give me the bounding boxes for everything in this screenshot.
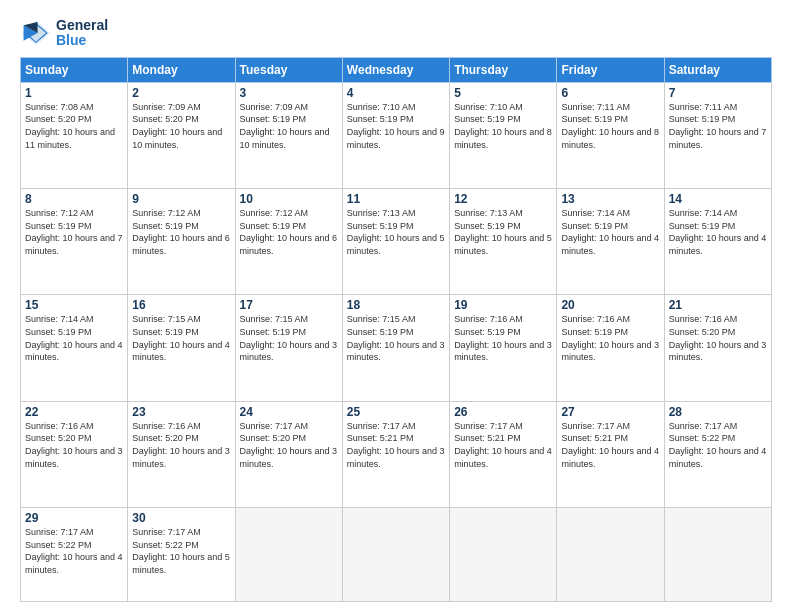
col-thursday: Thursday: [450, 57, 557, 82]
calendar-cell: 6 Sunrise: 7:11 AMSunset: 5:19 PMDayligh…: [557, 82, 664, 188]
calendar-cell: 28 Sunrise: 7:17 AMSunset: 5:22 PMDaylig…: [664, 401, 771, 507]
day-number: 5: [454, 86, 552, 100]
calendar-cell: 1 Sunrise: 7:08 AMSunset: 5:20 PMDayligh…: [21, 82, 128, 188]
day-info: Sunrise: 7:14 AMSunset: 5:19 PMDaylight:…: [25, 313, 123, 363]
day-number: 3: [240, 86, 338, 100]
day-info: Sunrise: 7:16 AMSunset: 5:20 PMDaylight:…: [669, 313, 767, 363]
calendar-table: Sunday Monday Tuesday Wednesday Thursday…: [20, 57, 772, 602]
col-wednesday: Wednesday: [342, 57, 449, 82]
day-number: 11: [347, 192, 445, 206]
day-number: 17: [240, 298, 338, 312]
calendar-cell: [450, 508, 557, 602]
day-info: Sunrise: 7:17 AMSunset: 5:20 PMDaylight:…: [240, 420, 338, 470]
day-number: 18: [347, 298, 445, 312]
calendar-cell: 5 Sunrise: 7:10 AMSunset: 5:19 PMDayligh…: [450, 82, 557, 188]
day-info: Sunrise: 7:13 AMSunset: 5:19 PMDaylight:…: [454, 207, 552, 257]
day-number: 4: [347, 86, 445, 100]
day-info: Sunrise: 7:15 AMSunset: 5:19 PMDaylight:…: [132, 313, 230, 363]
day-info: Sunrise: 7:16 AMSunset: 5:19 PMDaylight:…: [454, 313, 552, 363]
calendar-cell: 15 Sunrise: 7:14 AMSunset: 5:19 PMDaylig…: [21, 295, 128, 401]
calendar-cell: 8 Sunrise: 7:12 AMSunset: 5:19 PMDayligh…: [21, 189, 128, 295]
day-info: Sunrise: 7:17 AMSunset: 5:22 PMDaylight:…: [669, 420, 767, 470]
calendar-cell: 14 Sunrise: 7:14 AMSunset: 5:19 PMDaylig…: [664, 189, 771, 295]
calendar-cell: 20 Sunrise: 7:16 AMSunset: 5:19 PMDaylig…: [557, 295, 664, 401]
col-monday: Monday: [128, 57, 235, 82]
day-info: Sunrise: 7:12 AMSunset: 5:19 PMDaylight:…: [240, 207, 338, 257]
col-friday: Friday: [557, 57, 664, 82]
day-info: Sunrise: 7:09 AMSunset: 5:20 PMDaylight:…: [132, 101, 230, 151]
day-info: Sunrise: 7:17 AMSunset: 5:21 PMDaylight:…: [347, 420, 445, 470]
calendar-cell: 2 Sunrise: 7:09 AMSunset: 5:20 PMDayligh…: [128, 82, 235, 188]
day-info: Sunrise: 7:10 AMSunset: 5:19 PMDaylight:…: [454, 101, 552, 151]
day-number: 9: [132, 192, 230, 206]
logo-icon: [20, 19, 52, 47]
day-number: 19: [454, 298, 552, 312]
page: General Blue Sunday Monday Tuesday Wedne…: [0, 0, 792, 612]
day-info: Sunrise: 7:15 AMSunset: 5:19 PMDaylight:…: [347, 313, 445, 363]
day-number: 27: [561, 405, 659, 419]
day-info: Sunrise: 7:11 AMSunset: 5:19 PMDaylight:…: [669, 101, 767, 151]
day-number: 21: [669, 298, 767, 312]
day-info: Sunrise: 7:16 AMSunset: 5:19 PMDaylight:…: [561, 313, 659, 363]
calendar-cell: 18 Sunrise: 7:15 AMSunset: 5:19 PMDaylig…: [342, 295, 449, 401]
day-info: Sunrise: 7:16 AMSunset: 5:20 PMDaylight:…: [25, 420, 123, 470]
day-info: Sunrise: 7:11 AMSunset: 5:19 PMDaylight:…: [561, 101, 659, 151]
day-info: Sunrise: 7:17 AMSunset: 5:22 PMDaylight:…: [25, 526, 123, 576]
calendar-cell: 16 Sunrise: 7:15 AMSunset: 5:19 PMDaylig…: [128, 295, 235, 401]
day-number: 30: [132, 511, 230, 525]
calendar-cell: 3 Sunrise: 7:09 AMSunset: 5:19 PMDayligh…: [235, 82, 342, 188]
day-info: Sunrise: 7:12 AMSunset: 5:19 PMDaylight:…: [25, 207, 123, 257]
col-saturday: Saturday: [664, 57, 771, 82]
col-sunday: Sunday: [21, 57, 128, 82]
calendar-cell: 21 Sunrise: 7:16 AMSunset: 5:20 PMDaylig…: [664, 295, 771, 401]
calendar-cell: 7 Sunrise: 7:11 AMSunset: 5:19 PMDayligh…: [664, 82, 771, 188]
calendar-cell: 25 Sunrise: 7:17 AMSunset: 5:21 PMDaylig…: [342, 401, 449, 507]
calendar-cell: 10 Sunrise: 7:12 AMSunset: 5:19 PMDaylig…: [235, 189, 342, 295]
calendar-cell: [235, 508, 342, 602]
calendar-cell: 17 Sunrise: 7:15 AMSunset: 5:19 PMDaylig…: [235, 295, 342, 401]
day-number: 28: [669, 405, 767, 419]
day-info: Sunrise: 7:13 AMSunset: 5:19 PMDaylight:…: [347, 207, 445, 257]
logo-text: General Blue: [56, 18, 108, 49]
calendar-cell: 22 Sunrise: 7:16 AMSunset: 5:20 PMDaylig…: [21, 401, 128, 507]
day-number: 13: [561, 192, 659, 206]
calendar-cell: 26 Sunrise: 7:17 AMSunset: 5:21 PMDaylig…: [450, 401, 557, 507]
calendar-cell: 30 Sunrise: 7:17 AMSunset: 5:22 PMDaylig…: [128, 508, 235, 602]
day-info: Sunrise: 7:09 AMSunset: 5:19 PMDaylight:…: [240, 101, 338, 151]
day-number: 8: [25, 192, 123, 206]
day-info: Sunrise: 7:12 AMSunset: 5:19 PMDaylight:…: [132, 207, 230, 257]
calendar-cell: 4 Sunrise: 7:10 AMSunset: 5:19 PMDayligh…: [342, 82, 449, 188]
day-number: 25: [347, 405, 445, 419]
day-number: 26: [454, 405, 552, 419]
day-number: 20: [561, 298, 659, 312]
day-number: 23: [132, 405, 230, 419]
calendar-cell: 13 Sunrise: 7:14 AMSunset: 5:19 PMDaylig…: [557, 189, 664, 295]
day-number: 10: [240, 192, 338, 206]
day-number: 2: [132, 86, 230, 100]
calendar-cell: [342, 508, 449, 602]
calendar-cell: [557, 508, 664, 602]
calendar-cell: 27 Sunrise: 7:17 AMSunset: 5:21 PMDaylig…: [557, 401, 664, 507]
day-number: 16: [132, 298, 230, 312]
day-number: 29: [25, 511, 123, 525]
day-number: 15: [25, 298, 123, 312]
calendar-cell: 19 Sunrise: 7:16 AMSunset: 5:19 PMDaylig…: [450, 295, 557, 401]
header: General Blue: [20, 18, 772, 49]
logo: General Blue: [20, 18, 108, 49]
day-number: 7: [669, 86, 767, 100]
day-info: Sunrise: 7:15 AMSunset: 5:19 PMDaylight:…: [240, 313, 338, 363]
day-number: 1: [25, 86, 123, 100]
calendar-cell: 23 Sunrise: 7:16 AMSunset: 5:20 PMDaylig…: [128, 401, 235, 507]
day-info: Sunrise: 7:16 AMSunset: 5:20 PMDaylight:…: [132, 420, 230, 470]
day-info: Sunrise: 7:17 AMSunset: 5:22 PMDaylight:…: [132, 526, 230, 576]
day-info: Sunrise: 7:17 AMSunset: 5:21 PMDaylight:…: [561, 420, 659, 470]
day-info: Sunrise: 7:17 AMSunset: 5:21 PMDaylight:…: [454, 420, 552, 470]
day-number: 12: [454, 192, 552, 206]
calendar-cell: 9 Sunrise: 7:12 AMSunset: 5:19 PMDayligh…: [128, 189, 235, 295]
day-number: 22: [25, 405, 123, 419]
day-info: Sunrise: 7:14 AMSunset: 5:19 PMDaylight:…: [561, 207, 659, 257]
col-tuesday: Tuesday: [235, 57, 342, 82]
calendar-cell: 24 Sunrise: 7:17 AMSunset: 5:20 PMDaylig…: [235, 401, 342, 507]
day-number: 24: [240, 405, 338, 419]
calendar-cell: 29 Sunrise: 7:17 AMSunset: 5:22 PMDaylig…: [21, 508, 128, 602]
